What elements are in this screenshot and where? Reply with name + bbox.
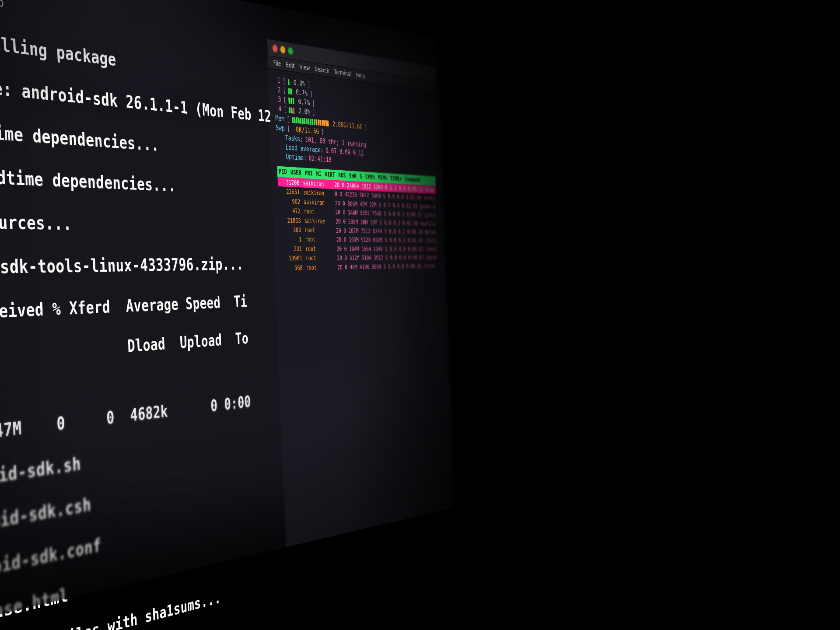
term-line: oading sdk-tools-linux-4333796.zip... bbox=[0, 255, 292, 280]
curl-header: % Received % Xferd Average Speed Ti bbox=[0, 291, 294, 325]
col-virt[interactable]: VIRT bbox=[325, 170, 335, 179]
menu-file[interactable]: File bbox=[273, 59, 281, 68]
close-icon[interactable] bbox=[273, 45, 277, 52]
col-command[interactable]: Command bbox=[405, 175, 420, 184]
col-pid[interactable]: PID bbox=[279, 167, 287, 176]
htop-terminal[interactable]: File Edit View Search Terminal Help 1 [ … bbox=[267, 39, 452, 547]
col-shr[interactable]: SHR bbox=[349, 172, 357, 181]
col-pri[interactable]: PRI bbox=[304, 169, 313, 178]
menu-search[interactable]: Search bbox=[315, 65, 329, 75]
col-time+[interactable]: TIME+ bbox=[390, 175, 402, 183]
menu-edit[interactable]: Edit bbox=[286, 60, 295, 70]
term-line: nd installing package bbox=[0, 22, 285, 91]
term-line: ng buildtime dependencies... bbox=[0, 163, 289, 200]
process-table[interactable]: 31208 saikiran 20 0 24064 1812 1264 R 1.… bbox=[277, 177, 439, 273]
col-mem%[interactable]: MEM% bbox=[378, 174, 387, 182]
process-row[interactable]: 231 root 20 0 104M 1664 1340 S 0.0 0.0 0… bbox=[280, 244, 438, 254]
build-terminal[interactable]: Help nd installing package package: andr… bbox=[0, 0, 312, 630]
curl-header: Dload Upload To bbox=[0, 326, 295, 371]
maximize-icon[interactable] bbox=[288, 47, 293, 55]
process-row[interactable]: 568 root 20 0 46M 4196 3604 S 0.0 0.0 0:… bbox=[281, 261, 439, 273]
minimize-icon[interactable] bbox=[280, 46, 285, 53]
col-res[interactable]: RES bbox=[338, 171, 346, 180]
col-ni[interactable]: NI bbox=[316, 170, 322, 178]
process-row[interactable]: 1 root 20 0 160M 9128 6620 S 0.0 0.1 0:0… bbox=[280, 234, 438, 245]
col-cpu%[interactable]: CPU% bbox=[365, 173, 375, 182]
menu-help[interactable]: Help bbox=[0, 0, 4, 10]
term-line: ving sources... bbox=[0, 209, 290, 236]
htop-body: 1 [ 0.0%] 2 [ 0.7%] 3 [ 0.7%] 4 [ 2.0%] … bbox=[269, 68, 443, 273]
menu-view[interactable]: View bbox=[299, 63, 310, 72]
col-user[interactable]: USER bbox=[290, 168, 301, 177]
col-s[interactable]: S bbox=[360, 172, 362, 181]
menu-terminal[interactable]: Terminal bbox=[334, 68, 352, 78]
menu-help[interactable]: Help bbox=[356, 71, 365, 80]
